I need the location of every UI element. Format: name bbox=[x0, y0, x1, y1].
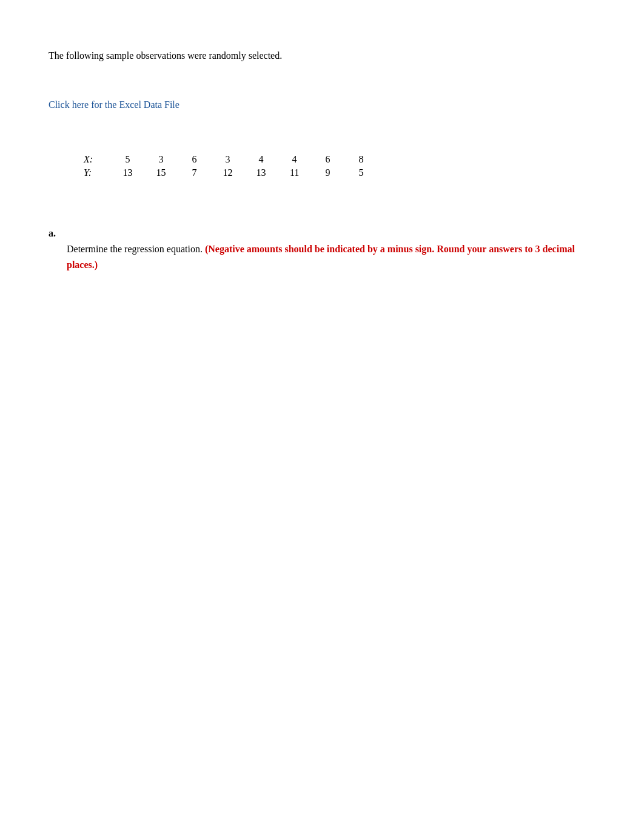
table-cell: 7 bbox=[178, 166, 211, 179]
table-cell: 3 bbox=[211, 153, 244, 166]
intro-text: The following sample observations were r… bbox=[49, 49, 595, 63]
part-a-label: a. bbox=[49, 228, 595, 239]
table-cell: 15 bbox=[144, 166, 178, 179]
table-cell: 4 bbox=[278, 153, 311, 166]
table-cell: 3 bbox=[144, 153, 178, 166]
table-cell: 5 bbox=[344, 166, 378, 179]
part-a-section: a. Determine the regression equation. (N… bbox=[49, 228, 595, 272]
row-label: Y: bbox=[73, 166, 111, 179]
table-cell: 9 bbox=[311, 166, 344, 179]
table-cell: 4 bbox=[244, 153, 278, 166]
table-cell: 13 bbox=[244, 166, 278, 179]
table-cell: 6 bbox=[178, 153, 211, 166]
row-label: X: bbox=[73, 153, 111, 166]
table-cell: 12 bbox=[211, 166, 244, 179]
excel-data-link[interactable]: Click here for the Excel Data File bbox=[49, 99, 595, 110]
table-cell: 6 bbox=[311, 153, 344, 166]
table-row: X:53634468 bbox=[73, 153, 378, 166]
data-table: X:53634468Y:1315712131195 bbox=[73, 153, 378, 179]
table-cell: 5 bbox=[111, 153, 144, 166]
part-a-description-text: Determine the regression equation. bbox=[67, 244, 203, 254]
table-cell: 11 bbox=[278, 166, 311, 179]
part-a-description: Determine the regression equation. (Nega… bbox=[67, 241, 595, 272]
table-cell: 13 bbox=[111, 166, 144, 179]
table-row: Y:1315712131195 bbox=[73, 166, 378, 179]
data-table-container: X:53634468Y:1315712131195 bbox=[73, 153, 595, 179]
table-cell: 8 bbox=[344, 153, 378, 166]
